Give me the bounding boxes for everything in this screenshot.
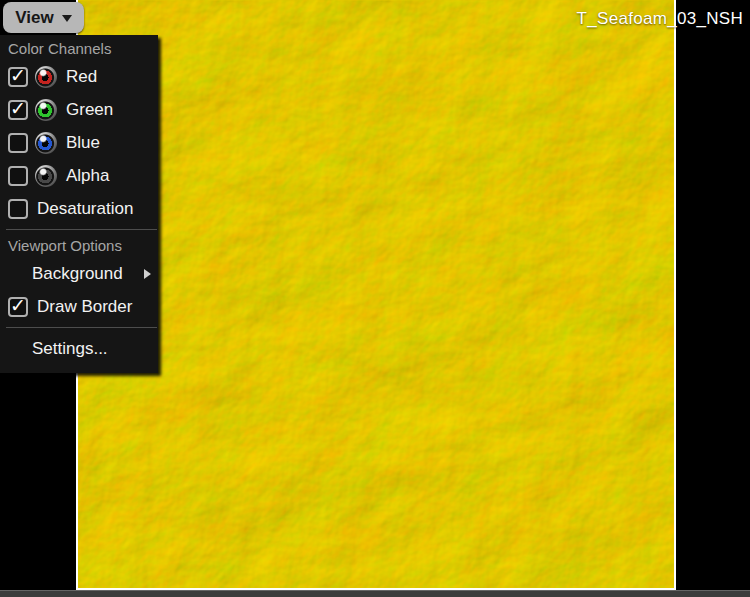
alpha-channel-orb-icon: [35, 165, 57, 187]
texture-viewport[interactable]: [76, 0, 676, 590]
menu-item-draw-border[interactable]: ✓ Draw Border: [0, 290, 158, 323]
menu-item-alpha-channel[interactable]: Alpha: [0, 159, 158, 192]
chevron-down-icon: [62, 15, 72, 22]
viewport-options-header: Viewport Options: [0, 234, 158, 257]
menu-item-red-channel[interactable]: ✓ Red: [0, 60, 158, 93]
checkmark-icon: ✓: [10, 294, 26, 316]
view-button-label: View: [15, 8, 53, 28]
blue-channel-orb-icon: [35, 132, 57, 154]
menu-item-desaturation[interactable]: Desaturation: [0, 192, 158, 225]
green-channel-orb-icon: [35, 99, 57, 121]
red-channel-checkbox[interactable]: ✓: [8, 67, 28, 87]
view-menu-button[interactable]: View: [3, 2, 84, 33]
color-channels-header: Color Channels: [0, 37, 158, 60]
menu-item-green-channel[interactable]: ✓ Green: [0, 93, 158, 126]
menu-item-label: Settings...: [32, 339, 108, 359]
menu-item-label: Desaturation: [37, 199, 133, 219]
menu-item-background[interactable]: Background: [0, 257, 158, 290]
submenu-arrow-icon: [144, 269, 151, 279]
menu-item-label: Blue: [66, 133, 100, 153]
menu-item-label: Background: [32, 264, 123, 284]
green-channel-checkbox[interactable]: ✓: [8, 100, 28, 120]
menu-item-label: Alpha: [66, 166, 109, 186]
alpha-channel-checkbox[interactable]: [8, 166, 28, 186]
texture-image: [78, 0, 674, 588]
bottom-status-bar: [0, 590, 750, 597]
menu-separator: [6, 229, 157, 230]
menu-item-blue-channel[interactable]: Blue: [0, 126, 158, 159]
draw-border-checkbox[interactable]: ✓: [8, 297, 28, 317]
menu-item-label: Red: [66, 67, 97, 87]
menu-item-label: Green: [66, 100, 113, 120]
menu-item-settings[interactable]: Settings...: [0, 332, 158, 365]
menu-separator: [6, 327, 157, 328]
view-dropdown-menu: Color Channels ✓ Red ✓ Green Blue Alpha …: [0, 35, 158, 373]
checkmark-icon: ✓: [10, 97, 26, 119]
red-channel-orb-icon: [35, 66, 57, 88]
blue-channel-checkbox[interactable]: [8, 133, 28, 153]
texture-name-label: T_Seafoam_03_NSH: [577, 9, 743, 29]
desaturation-checkbox[interactable]: [8, 199, 28, 219]
checkmark-icon: ✓: [10, 64, 26, 86]
menu-item-label: Draw Border: [37, 297, 132, 317]
